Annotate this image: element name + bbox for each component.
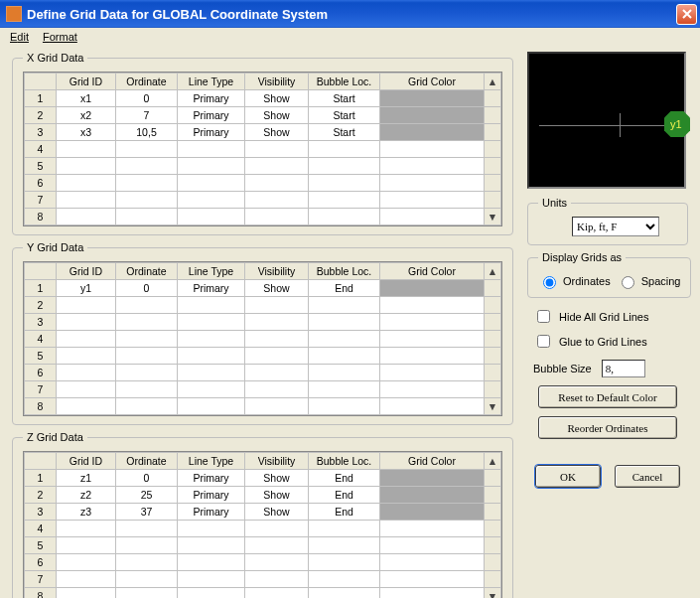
row-header[interactable]: 6 bbox=[25, 365, 57, 381]
table-row[interactable]: 4 bbox=[25, 141, 501, 158]
cell-visibility[interactable] bbox=[245, 588, 309, 599]
cell-bubble-loc[interactable] bbox=[309, 537, 380, 554]
col-visibility[interactable]: Visibility bbox=[245, 263, 309, 280]
scroll-down-icon[interactable]: ▼ bbox=[485, 588, 501, 599]
cell-line-type[interactable]: Primary bbox=[178, 470, 245, 487]
cell-visibility[interactable] bbox=[245, 314, 309, 331]
cell-grid-id[interactable] bbox=[57, 297, 116, 314]
hide-all-checkbox[interactable] bbox=[537, 310, 550, 323]
cell-grid-color[interactable] bbox=[380, 554, 485, 571]
row-header[interactable]: 3 bbox=[25, 504, 57, 521]
cell-grid-color[interactable] bbox=[380, 107, 485, 124]
col-ordinate[interactable]: Ordinate bbox=[116, 74, 178, 90]
cell-visibility[interactable]: Show bbox=[245, 487, 309, 504]
cell-line-type[interactable]: Primary bbox=[178, 107, 245, 124]
scrollbar-track[interactable] bbox=[485, 537, 501, 554]
menu-format[interactable]: Format bbox=[43, 31, 77, 43]
cell-ordinate[interactable] bbox=[116, 158, 178, 175]
cell-ordinate[interactable]: 37 bbox=[116, 504, 178, 521]
table-row[interactable]: 5 bbox=[25, 158, 501, 175]
row-header[interactable]: 6 bbox=[25, 175, 57, 192]
scrollbar-track[interactable] bbox=[485, 107, 501, 124]
cell-bubble-loc[interactable] bbox=[309, 141, 380, 158]
table-row[interactable]: 7 bbox=[25, 381, 501, 398]
scrollbar-track[interactable] bbox=[485, 141, 501, 158]
cell-grid-color[interactable] bbox=[380, 331, 485, 348]
cell-bubble-loc[interactable] bbox=[309, 175, 380, 192]
cell-bubble-loc[interactable] bbox=[309, 365, 380, 381]
scrollbar-track[interactable] bbox=[485, 158, 501, 175]
row-header[interactable]: 2 bbox=[25, 297, 57, 314]
cell-bubble-loc[interactable]: End bbox=[309, 504, 380, 521]
cell-line-type[interactable] bbox=[178, 175, 245, 192]
table-row[interactable]: 4 bbox=[25, 521, 501, 537]
cell-grid-id[interactable] bbox=[57, 365, 116, 381]
cell-grid-color[interactable] bbox=[380, 297, 485, 314]
row-header[interactable]: 6 bbox=[25, 554, 57, 571]
cell-grid-id[interactable] bbox=[57, 175, 116, 192]
table-row[interactable]: 4 bbox=[25, 331, 501, 348]
table-row[interactable]: 2x27PrimaryShowStart bbox=[25, 107, 501, 124]
cell-grid-id[interactable]: y1 bbox=[57, 280, 116, 297]
cell-grid-color[interactable] bbox=[380, 192, 485, 209]
cell-grid-color[interactable] bbox=[380, 521, 485, 537]
col-ordinate[interactable]: Ordinate bbox=[116, 453, 178, 470]
cell-ordinate[interactable] bbox=[116, 398, 178, 415]
cell-line-type[interactable] bbox=[178, 554, 245, 571]
col-bubble-loc[interactable]: Bubble Loc. bbox=[309, 74, 380, 90]
cell-line-type[interactable] bbox=[178, 158, 245, 175]
cell-bubble-loc[interactable]: Start bbox=[309, 124, 380, 141]
cell-bubble-loc[interactable] bbox=[309, 588, 380, 599]
row-header[interactable]: 7 bbox=[25, 381, 57, 398]
table-row[interactable]: 5 bbox=[25, 537, 501, 554]
row-header[interactable]: 7 bbox=[25, 571, 57, 588]
cell-grid-color[interactable] bbox=[380, 588, 485, 599]
table-row[interactable]: 1y10PrimaryShowEnd bbox=[25, 280, 501, 297]
scrollbar-track[interactable] bbox=[485, 192, 501, 209]
row-header[interactable]: 5 bbox=[25, 158, 57, 175]
cell-visibility[interactable]: Show bbox=[245, 124, 309, 141]
cell-line-type[interactable] bbox=[178, 348, 245, 365]
scrollbar-track[interactable] bbox=[485, 381, 501, 398]
row-header[interactable]: 3 bbox=[25, 124, 57, 141]
col-grid-color[interactable]: Grid Color bbox=[380, 74, 485, 90]
cell-grid-color[interactable] bbox=[380, 470, 485, 487]
cell-bubble-loc[interactable] bbox=[309, 348, 380, 365]
bubble-size-input[interactable] bbox=[602, 360, 645, 377]
cell-ordinate[interactable]: 0 bbox=[116, 280, 178, 297]
cell-grid-id[interactable] bbox=[57, 381, 116, 398]
cell-ordinate[interactable] bbox=[116, 588, 178, 599]
cell-ordinate[interactable] bbox=[116, 314, 178, 331]
table-row[interactable]: 6 bbox=[25, 554, 501, 571]
table-row[interactable]: 2z225PrimaryShowEnd bbox=[25, 487, 501, 504]
cell-grid-color[interactable] bbox=[380, 487, 485, 504]
scrollbar-track[interactable] bbox=[485, 124, 501, 141]
cell-grid-id[interactable]: x3 bbox=[57, 124, 116, 141]
cell-grid-id[interactable] bbox=[57, 209, 116, 225]
table-row[interactable]: 3z337PrimaryShowEnd bbox=[25, 504, 501, 521]
col-visibility[interactable]: Visibility bbox=[245, 453, 309, 470]
scrollbar-track[interactable] bbox=[485, 314, 501, 331]
scrollbar-track[interactable] bbox=[485, 297, 501, 314]
cell-line-type[interactable] bbox=[178, 209, 245, 225]
table-row[interactable]: 8▼ bbox=[25, 398, 501, 415]
y-grid-table[interactable]: Grid ID Ordinate Line Type Visibility Bu… bbox=[23, 261, 502, 416]
col-grid-color[interactable]: Grid Color bbox=[380, 263, 485, 280]
cell-ordinate[interactable]: 0 bbox=[116, 90, 178, 107]
row-header[interactable]: 2 bbox=[25, 487, 57, 504]
cell-grid-color[interactable] bbox=[380, 314, 485, 331]
reset-color-button[interactable]: Reset to Default Color bbox=[538, 385, 677, 408]
cell-grid-id[interactable] bbox=[57, 314, 116, 331]
cell-grid-id[interactable] bbox=[57, 398, 116, 415]
row-header[interactable]: 4 bbox=[25, 521, 57, 537]
cell-visibility[interactable]: Show bbox=[245, 504, 309, 521]
cell-grid-id[interactable] bbox=[57, 554, 116, 571]
cell-grid-id[interactable] bbox=[57, 537, 116, 554]
row-header[interactable]: 7 bbox=[25, 192, 57, 209]
cell-visibility[interactable] bbox=[245, 521, 309, 537]
cell-ordinate[interactable] bbox=[116, 521, 178, 537]
table-row[interactable]: 8▼ bbox=[25, 209, 501, 225]
scrollbar-track[interactable] bbox=[485, 348, 501, 365]
cell-line-type[interactable] bbox=[178, 192, 245, 209]
cell-grid-color[interactable] bbox=[380, 124, 485, 141]
